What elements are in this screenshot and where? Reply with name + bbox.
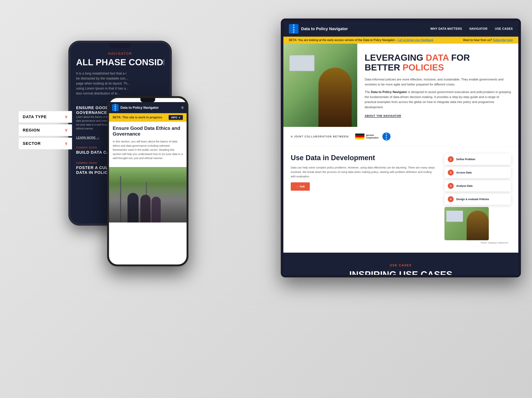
phone-front-beta-bar: BETA: This site is work in progress INFO…	[109, 113, 187, 122]
filter-region-label: REGION	[23, 128, 40, 133]
desktop-use-data-title: Use Data in Development	[291, 154, 437, 162]
phone-front-image	[109, 167, 187, 222]
phone-back-nav-label: NAVIGATOR	[76, 52, 164, 56]
phone-back-body: It is a long established fact that a r b…	[76, 71, 164, 96]
desktop-hero-image	[283, 44, 357, 127]
desktop-use-data-image	[444, 207, 489, 240]
desktop-collab: A JOINT COLLABORATION BETWEEN: germancoo…	[283, 127, 518, 146]
filter-sidebar: DATA TYPE ∨ REGION ∨ SECTOR ∨	[19, 111, 72, 151]
collab-logo-germany: germancooperation	[355, 134, 379, 139]
desktop-beta-bar: BETA: You are looking at the early acces…	[283, 37, 518, 44]
data-card-2-num: 2	[448, 170, 454, 176]
desktop-use-data-text: Use Data in Development Data can help so…	[291, 154, 437, 245]
phone-front-section-content: Ensure Good Data Ethics and Governance I…	[109, 122, 187, 167]
hero-heading-policies: POLICIES	[403, 63, 444, 72]
phone-front-info-button[interactable]: INFO ∨	[169, 115, 183, 120]
use-data-img-screen	[446, 211, 463, 222]
hero-screen	[289, 55, 315, 71]
phone-front-section-body: In this section, you will learn about th…	[113, 139, 183, 160]
phone-front-logo-box: UNDP	[112, 104, 119, 111]
hero-heading-data: DATA	[426, 53, 451, 63]
filter-region-chevron: ∨	[65, 128, 68, 133]
phone-front-section-title: Ensure Good Data Ethics and Governance	[113, 125, 183, 137]
data-card-4-label: Design & evaluate Policies	[456, 198, 489, 201]
desktop-hero-heading: LEVERAGING DATA FORBETTER POLICIES	[365, 53, 511, 72]
data-card-1-label: Define Problem	[456, 158, 475, 161]
phone-front-info-chevron: ∨	[178, 116, 180, 119]
filter-sector-chevron: ∨	[65, 141, 68, 146]
desktop-nav-use-cases[interactable]: USE CASES	[495, 27, 513, 31]
photo-credit: Photo: Nataliya Vaitkevich	[444, 240, 511, 245]
phone-front-logo: UNDP Data to Policy Navigator	[112, 104, 159, 111]
hero-person	[318, 68, 352, 127]
desktop-nav-links: WHY DATA MATTERS NAVIGATOR USE CASES	[431, 27, 513, 31]
desktop-use-data-body: Data can help solve complex policy probl…	[291, 165, 437, 179]
filter-data-type-chevron: ∨	[65, 114, 68, 119]
desktop-nav-left: UNDP Data to Policy Navigator	[289, 24, 348, 34]
desktop-hero: LEVERAGING DATA FORBETTER POLICIES Data-…	[283, 44, 518, 127]
phone-front-beta-text: BETA: This site is work in progress	[113, 116, 162, 119]
desktop-collab-logos: germancooperation UNDP	[355, 132, 391, 141]
desktop-hero-body2: The Data to Policy Navigator is designed…	[365, 90, 511, 110]
data-card-3-label: Analyse Data	[456, 184, 473, 187]
phone-front-notch	[140, 98, 155, 102]
desktop-about-link[interactable]: ABOUT THE NAVIGATOR	[365, 114, 401, 118]
desktop-beta-hear-text: Want to hear from us?	[463, 39, 492, 42]
filter-data-type[interactable]: DATA TYPE ∨	[19, 111, 72, 123]
data-card-4-num: 4	[448, 196, 454, 202]
collab-germany-text: germancooperation	[366, 134, 379, 139]
desktop-nav-why-data[interactable]: WHY DATA MATTERS	[431, 27, 462, 31]
desktop-beta-text: BETA: You are looking at the early acces…	[289, 39, 397, 42]
desktop-use-cases-label: USE CASES	[291, 264, 511, 267]
desktop-use-cases-title1: INSPIRING USE CASES	[349, 269, 452, 275]
scene: DATA TYPE ∨ REGION ∨ SECTOR ∨ NAVIGATOR …	[0, 0, 532, 398]
phone-front-navbar: UNDP Data to Policy Navigator ≡	[109, 102, 187, 113]
desktop-inner: UNDP Data to Policy Navigator WHY DATA M…	[283, 21, 518, 275]
desktop-subscribe-link[interactable]: Subscribe here	[493, 39, 513, 42]
phone-front-info-label: INFO	[171, 116, 177, 119]
flag-stripe-black	[355, 134, 364, 136]
desktop-use-data-cards: 1 Define Problem 2 Access Data 3 Analyse…	[444, 154, 511, 245]
filter-data-type-label: DATA TYPE	[23, 114, 47, 119]
phone-front-menu-icon[interactable]: ≡	[181, 105, 184, 110]
desktop-hero-text: LEVERAGING DATA FORBETTER POLICIES Data-…	[357, 44, 518, 127]
phone-back-notch	[109, 43, 131, 48]
phone-front-image-overlay	[109, 189, 187, 222]
desktop-navbar: UNDP Data to Policy Navigator WHY DATA M…	[283, 21, 518, 37]
desktop-nav-navigator[interactable]: NAVIGATOR	[469, 27, 488, 31]
desktop-hero-body1: Data-informed policies are more effectiv…	[365, 77, 511, 87]
phone-front-nav-title: Data to Policy Navigator	[120, 106, 159, 110]
phone-front: UNDP Data to Policy Navigator ≡ BETA: Th…	[107, 96, 188, 266]
desktop-logo-box: UNDP	[289, 24, 298, 34]
desktop-use-cases-title: INSPIRING USE CASES FROM POLICY MAKERS	[291, 270, 511, 275]
data-card-3-num: 3	[448, 183, 454, 189]
desktop-beta-right: Want to hear from us? Subscribe here	[463, 39, 513, 42]
hero-body2-bold: Data to Policy Navigator	[371, 90, 407, 94]
desktop-use-data-section: Use Data in Development Data can help so…	[283, 146, 518, 253]
desktop-collab-label: A JOINT COLLABORATION BETWEEN:	[291, 135, 350, 138]
data-card-3: 3 Analyse Data	[444, 180, 511, 191]
desktop-use-cases-section: USE CASES INSPIRING USE CASES FROM POLIC…	[283, 253, 518, 275]
desktop-beta-feedback-link[interactable]: Let us know your feedback	[398, 39, 433, 42]
flag-stripe-gold	[355, 137, 364, 139]
desktop-nav-title: Data to Policy Navigator	[301, 26, 348, 31]
data-card-1-num: 1	[448, 156, 454, 162]
filter-sector[interactable]: SECTOR ∨	[19, 137, 72, 150]
collab-logo-undp: UNDP	[382, 132, 391, 141]
data-card-1: 1 Define Problem	[444, 154, 511, 165]
desktop-screen: UNDP Data to Policy Navigator WHY DATA M…	[281, 19, 521, 277]
use-data-img-person	[467, 211, 489, 240]
flag-stripe-red	[355, 135, 364, 137]
data-card-2-label: Access Data	[456, 171, 472, 174]
data-card-2: 2 Access Data	[444, 167, 511, 178]
desktop-use-data-btn-label: → ToR	[296, 185, 305, 188]
filter-region[interactable]: REGION ∨	[19, 124, 72, 136]
phone-back-title: ALL PHASE CONSIDERATIO	[76, 58, 164, 67]
desktop-use-data-button[interactable]: → ToR	[291, 182, 310, 191]
desktop-beta-left: BETA: You are looking at the early acces…	[289, 39, 433, 42]
german-flag	[355, 134, 364, 139]
filter-sector-label: SECTOR	[23, 141, 41, 146]
hero-heading-leveraging: LEVERAGING	[365, 53, 426, 63]
data-card-4: 4 Design & evaluate Policies	[444, 194, 511, 205]
